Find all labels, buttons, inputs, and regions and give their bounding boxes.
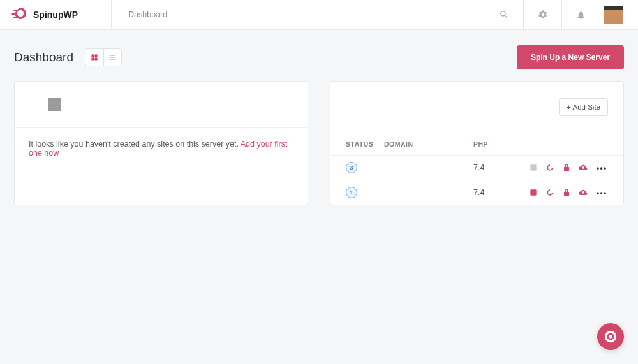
page-toolbar: Dashboard Spin Up a New Server	[0, 30, 638, 81]
sites-table-header: STATUS DOMAIN PHP	[330, 133, 623, 155]
git-icon[interactable]	[529, 188, 538, 197]
more-actions-button[interactable]: •••	[595, 188, 608, 198]
logo[interactable]: SpinupWP	[0, 0, 112, 29]
site-status-cell: 1	[346, 187, 384, 198]
site-actions: •••	[529, 163, 608, 173]
col-domain: DOMAIN	[384, 140, 473, 148]
col-php: PHP	[473, 140, 524, 148]
server-card-empty: It looks like you haven't created any si…	[14, 81, 308, 205]
server-card-sites: + Add Site STATUS DOMAIN PHP 3 7.4 •••	[330, 81, 624, 205]
lock-icon[interactable]	[562, 163, 571, 172]
svg-rect-1	[530, 189, 536, 195]
status-badge[interactable]: 3	[346, 162, 357, 173]
site-php-cell: 7.4	[473, 188, 524, 197]
status-badge[interactable]: 1	[346, 187, 357, 198]
page-title: Dashboard	[14, 50, 73, 64]
site-php-cell: 7.4	[473, 163, 524, 172]
dashboard-content: It looks like you haven't created any si…	[0, 81, 638, 205]
backup-icon[interactable]	[579, 188, 588, 197]
col-status: STATUS	[346, 140, 384, 148]
search-icon	[499, 10, 509, 20]
site-row: 3 7.4 •••	[330, 155, 623, 180]
add-site-button[interactable]: + Add Site	[559, 98, 608, 116]
site-row: 1 7.4 •••	[330, 180, 623, 205]
view-grid-button[interactable]	[85, 49, 103, 66]
more-actions-button[interactable]: •••	[595, 163, 608, 173]
backup-icon[interactable]	[579, 163, 588, 172]
server-thumbnail	[48, 98, 61, 111]
bell-icon	[576, 10, 586, 20]
app-header: SpinupWP Dashboard	[0, 0, 638, 30]
lifebuoy-icon	[604, 330, 618, 344]
server-card-header: + Add Site	[330, 82, 623, 133]
header-actions	[485, 0, 638, 29]
svg-rect-0	[530, 164, 536, 170]
site-actions: •••	[529, 188, 608, 198]
site-status-cell: 3	[346, 162, 384, 173]
list-icon	[108, 54, 116, 61]
view-toggle	[85, 48, 122, 66]
empty-text: It looks like you haven't created any si…	[29, 140, 241, 149]
view-list-button[interactable]	[103, 49, 121, 66]
gear-icon	[538, 10, 548, 20]
cache-icon[interactable]	[545, 163, 554, 172]
logo-icon	[11, 8, 28, 22]
git-icon[interactable]	[529, 163, 538, 172]
avatar	[604, 6, 623, 24]
cache-icon[interactable]	[545, 188, 554, 197]
lock-icon[interactable]	[562, 188, 571, 197]
logo-text: SpinupWP	[33, 10, 78, 20]
grid-icon	[91, 54, 98, 61]
notifications-button[interactable]	[561, 0, 600, 29]
spin-up-server-button[interactable]: Spin Up a New Server	[517, 45, 624, 69]
account-menu[interactable]	[600, 0, 638, 29]
search-button[interactable]	[485, 0, 523, 29]
server-card-header	[15, 82, 308, 127]
help-button[interactable]	[597, 323, 624, 350]
settings-button[interactable]	[523, 0, 561, 29]
breadcrumb[interactable]: Dashboard	[112, 10, 485, 19]
empty-sites-message: It looks like you haven't created any si…	[15, 127, 308, 169]
